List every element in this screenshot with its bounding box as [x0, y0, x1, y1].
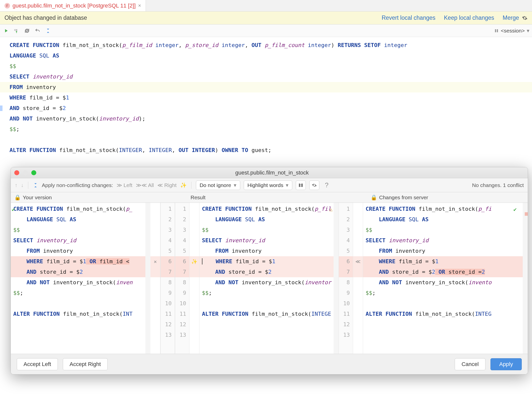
editor-tab[interactable]: F guest.public.film_not_in_stock [Postgr…: [0, 0, 146, 11]
tab-title: guest.public.film_not_in_stock [PostgreS…: [13, 2, 136, 9]
svg-rect-1: [495, 29, 496, 32]
close-icon[interactable]: ×: [138, 3, 141, 8]
lock-icon: 🔒: [14, 194, 21, 200]
undo-icon[interactable]: [34, 27, 41, 34]
gear-icon[interactable]: [522, 15, 527, 21]
function-icon: F: [5, 3, 10, 8]
accept-right-button[interactable]: Accept Right: [63, 358, 108, 370]
collapse-icon[interactable]: [33, 182, 38, 188]
ignore-select[interactable]: Do not ignore ▾: [196, 180, 240, 190]
reject-accept-icons[interactable]: ✕ ≫: [150, 256, 160, 267]
collapse-icon[interactable]: [45, 27, 52, 34]
left-gutter: ✕ ≫: [150, 203, 160, 354]
settings-icon[interactable]: [309, 180, 319, 190]
refresh-icon[interactable]: [24, 27, 31, 34]
apply-right-button[interactable]: ≪ Right: [157, 182, 177, 188]
your-version-pane[interactable]: ✔ CREATE FUNCTION film_not_in_stock(p_ L…: [11, 203, 145, 354]
session-selector[interactable]: <session> ▾: [494, 28, 529, 34]
sql-editor[interactable]: CREATE FUNCTION film_not_in_stock(p_film…: [0, 37, 532, 162]
result-pane[interactable]: ⚠ CREATE FUNCTION film_not_in_stock(p_fi…: [199, 203, 334, 354]
session-label: <session>: [501, 28, 525, 34]
prev-diff-icon[interactable]: ↑: [15, 182, 18, 188]
apply-label: Apply non-conflicting changes:: [42, 182, 113, 188]
window-zoom-icon[interactable]: [31, 170, 36, 175]
highlight-select[interactable]: Highlight words ▾: [244, 180, 293, 190]
change-banner: Object has changed in database Revert lo…: [0, 12, 532, 24]
banner-message: Object has changed in database: [5, 14, 87, 21]
accept-left-button[interactable]: Accept Left: [17, 358, 58, 370]
help-icon[interactable]: ?: [325, 181, 328, 189]
magic-resolve-icon[interactable]: ✨: [189, 256, 199, 267]
dialog-title: guest.public.film_not_in_stock: [36, 170, 508, 176]
editor-toolbar: DB <session> ▾: [0, 24, 532, 37]
lock-icon: 🔒: [371, 194, 377, 200]
accept-reject-icons[interactable]: ≪ ✕: [353, 256, 363, 267]
svg-text:DB: DB: [14, 29, 18, 31]
diff-panes: ✔ CREATE FUNCTION film_not_in_stock(p_ L…: [11, 203, 528, 354]
dialog-footer: Accept Left Accept Right Cancel Apply: [11, 354, 528, 374]
right-gutter: ≪ ✕: [353, 203, 363, 354]
diff-toolbar: ↑ ↓ Apply non-conflicting changes: ≫ Lef…: [11, 178, 528, 192]
svg-rect-2: [497, 29, 498, 32]
revert-link[interactable]: Revert local changes: [382, 14, 435, 21]
server-version-pane[interactable]: ✔ CREATE FUNCTION film_not_in_stock(p_fi…: [363, 203, 523, 354]
gutter-mark: [0, 106, 3, 111]
line-numbers: 12345678910111213: [175, 203, 189, 354]
tab-bar: F guest.public.film_not_in_stock [Postgr…: [0, 0, 532, 12]
diff-status: No changes. 1 conflict: [472, 182, 524, 188]
window-minimize-icon[interactable]: [23, 170, 28, 175]
keep-link[interactable]: Keep local changes: [444, 14, 494, 21]
next-diff-icon[interactable]: ↓: [21, 182, 24, 188]
pane-headers: 🔒Your version Result 🔒Changes from serve…: [11, 192, 528, 203]
merge-link[interactable]: Merge: [503, 14, 519, 21]
magic-resolve-icon[interactable]: ✨: [180, 182, 187, 188]
merge-dialog: guest.public.film_not_in_stock ↑ ↓ Apply…: [11, 167, 528, 374]
apply-left-button[interactable]: ≫ Left: [117, 182, 132, 188]
run-icon[interactable]: [3, 27, 10, 34]
apply-all-button[interactable]: ≫≪ All: [136, 182, 154, 188]
svg-rect-4: [302, 184, 303, 187]
cancel-button[interactable]: Cancel: [455, 358, 485, 370]
db-upload-icon[interactable]: DB: [13, 27, 20, 34]
line-numbers: 12345678910111213: [339, 203, 353, 354]
scrollbar[interactable]: [523, 203, 528, 354]
svg-rect-3: [299, 184, 300, 187]
window-close-icon[interactable]: [14, 170, 19, 175]
sync-scroll-icon[interactable]: [296, 180, 306, 190]
mid-gutter: ✨: [189, 203, 199, 354]
dialog-titlebar[interactable]: guest.public.film_not_in_stock: [11, 167, 528, 178]
scrollbar[interactable]: [145, 203, 150, 354]
scrollbar[interactable]: [334, 203, 339, 354]
apply-button[interactable]: Apply: [490, 358, 522, 370]
line-numbers: 12345678910111213: [160, 203, 175, 354]
